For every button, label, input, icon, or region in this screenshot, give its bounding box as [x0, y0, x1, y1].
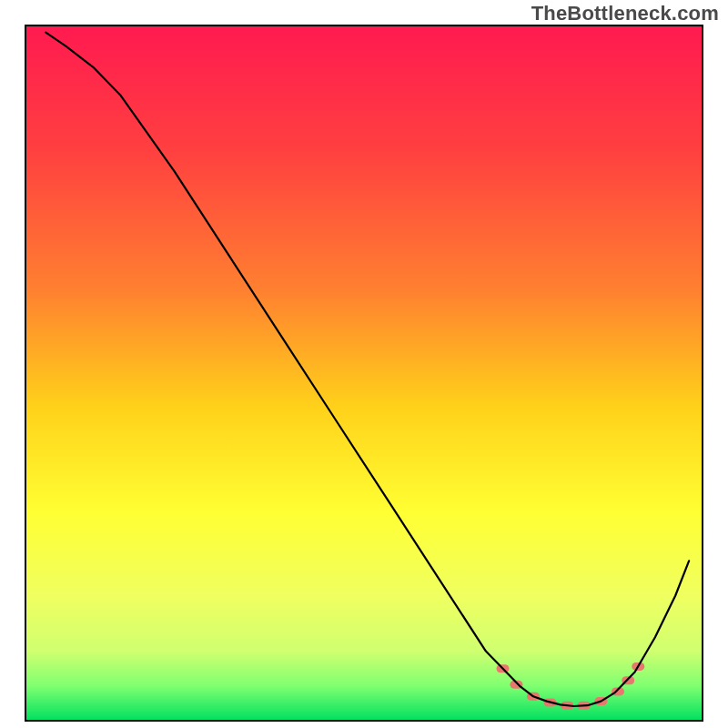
chart-svg: [0, 0, 728, 728]
plot-background: [25, 25, 703, 721]
chart-container: TheBottleneck.com: [0, 0, 728, 728]
watermark-label: TheBottleneck.com: [531, 2, 719, 25]
